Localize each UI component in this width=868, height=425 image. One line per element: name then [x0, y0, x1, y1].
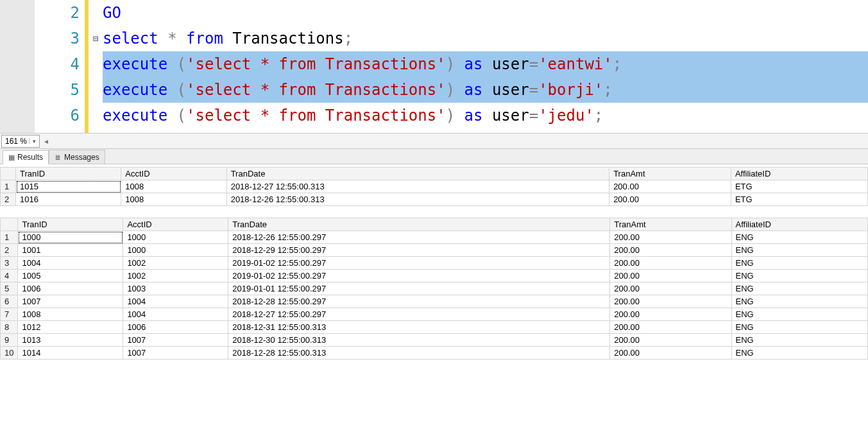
- table-row[interactable]: 2100110002018-12-29 12:55:00.297200.00EN…: [1, 244, 868, 257]
- cell[interactable]: 1007: [18, 295, 123, 308]
- cell[interactable]: ENG: [731, 244, 868, 257]
- cell[interactable]: 2018-12-27 12:55:00.313: [226, 180, 609, 193]
- cell[interactable]: 1000: [123, 244, 228, 257]
- cell[interactable]: 2018-12-27 12:55:00.297: [228, 308, 610, 321]
- cell[interactable]: ENG: [731, 334, 868, 347]
- cell[interactable]: 1008: [121, 180, 226, 193]
- cell[interactable]: 200.00: [610, 308, 731, 321]
- cell[interactable]: 2018-12-28 12:55:00.313: [228, 347, 610, 360]
- cell[interactable]: 200.00: [610, 244, 731, 257]
- cell[interactable]: 1007: [123, 334, 228, 347]
- table-row[interactable]: 9101310072018-12-30 12:55:00.313200.00EN…: [1, 334, 868, 347]
- zoom-value: 161 %: [2, 137, 29, 146]
- cell[interactable]: 200.00: [610, 270, 731, 282]
- cell[interactable]: 1002: [123, 257, 228, 270]
- cell[interactable]: 2019-01-02 12:55:00.297: [228, 257, 610, 270]
- cell[interactable]: 1006: [123, 321, 228, 334]
- cell[interactable]: ENG: [731, 347, 868, 360]
- cell[interactable]: 200.00: [610, 231, 731, 244]
- table-row[interactable]: 8101210062018-12-31 12:55:00.313200.00EN…: [1, 321, 868, 334]
- cell[interactable]: 1000: [18, 231, 123, 244]
- cell[interactable]: 1007: [123, 347, 228, 360]
- cell[interactable]: 2018-12-26 12:55:00.313: [226, 193, 609, 206]
- code-line[interactable]: execute ('select * from Transactions') a…: [103, 51, 868, 77]
- cell[interactable]: ENG: [731, 257, 868, 270]
- cell[interactable]: 2018-12-26 12:55:00.297: [228, 231, 610, 244]
- cell[interactable]: ETG: [731, 193, 867, 206]
- cell[interactable]: ENG: [731, 321, 868, 334]
- results-panel[interactable]: TranIDAcctIDTranDateTranAmtAffiliateID11…: [0, 164, 868, 425]
- code-line[interactable]: execute ('select * from Transactions') a…: [103, 103, 868, 128]
- cell[interactable]: ENG: [731, 308, 868, 321]
- cell[interactable]: 1004: [123, 295, 228, 308]
- cell[interactable]: 1006: [18, 282, 123, 295]
- column-header[interactable]: AffiliateID: [731, 168, 867, 180]
- fold-collapse-icon[interactable]: ⊟: [89, 26, 103, 51]
- editor-fold-gutter[interactable]: ⊟: [89, 0, 103, 133]
- table-row[interactable]: 6100710042018-12-28 12:55:00.297200.00EN…: [1, 295, 868, 308]
- cell[interactable]: 2018-12-28 12:55:00.297: [228, 295, 610, 308]
- cell[interactable]: ENG: [731, 295, 868, 308]
- scroll-left-icon[interactable]: ◂: [41, 135, 51, 148]
- code-line[interactable]: GO: [103, 0, 868, 26]
- code-line[interactable]: execute ('select * from Transactions') a…: [103, 77, 868, 103]
- cell[interactable]: 2019-01-01 12:55:00.297: [228, 282, 610, 295]
- column-header[interactable]: TranID: [18, 218, 123, 231]
- cell[interactable]: 1016: [16, 193, 121, 206]
- cell[interactable]: ETG: [731, 180, 867, 193]
- table-row[interactable]: 1100010002018-12-26 12:55:00.297200.00EN…: [1, 231, 868, 244]
- table-row[interactable]: 3100410022019-01-02 12:55:00.297200.00EN…: [1, 257, 868, 270]
- cell[interactable]: 2018-12-30 12:55:00.313: [228, 334, 610, 347]
- cell[interactable]: ENG: [731, 270, 868, 282]
- cell[interactable]: 200.00: [610, 347, 731, 360]
- cell[interactable]: 2019-01-02 12:55:00.297: [228, 270, 610, 282]
- editor-code-area[interactable]: GOselect * from Transactions;execute ('s…: [103, 0, 868, 133]
- cell[interactable]: 200.00: [610, 257, 731, 270]
- cell[interactable]: 1008: [18, 308, 123, 321]
- cell[interactable]: 1004: [18, 257, 123, 270]
- table-row[interactable]: 1101510082018-12-27 12:55:00.313200.00ET…: [1, 180, 868, 193]
- column-header[interactable]: TranDate: [226, 168, 609, 180]
- cell[interactable]: 2018-12-29 12:55:00.297: [228, 244, 610, 257]
- cell[interactable]: 1012: [18, 321, 123, 334]
- cell[interactable]: 1008: [121, 193, 226, 206]
- tab-results[interactable]: ▦ Results: [3, 150, 49, 164]
- cell[interactable]: 1014: [18, 347, 123, 360]
- cell[interactable]: 2018-12-31 12:55:00.313: [228, 321, 610, 334]
- cell[interactable]: 1013: [18, 334, 123, 347]
- cell[interactable]: 1015: [16, 180, 121, 193]
- table-row[interactable]: 2101610082018-12-26 12:55:00.313200.00ET…: [1, 193, 868, 206]
- column-header[interactable]: TranID: [16, 168, 121, 180]
- column-header[interactable]: AcctID: [121, 168, 226, 180]
- cell[interactable]: 200.00: [609, 180, 731, 193]
- cell[interactable]: 200.00: [610, 334, 731, 347]
- table-row[interactable]: 4100510022019-01-02 12:55:00.297200.00EN…: [1, 270, 868, 282]
- table-row[interactable]: 10101410072018-12-28 12:55:00.313200.00E…: [1, 347, 868, 360]
- chevron-down-icon[interactable]: ▾: [29, 138, 39, 144]
- results-grid[interactable]: TranIDAcctIDTranDateTranAmtAffiliateID11…: [0, 167, 868, 206]
- column-header[interactable]: AffiliateID: [731, 218, 868, 231]
- column-header[interactable]: AcctID: [123, 218, 228, 231]
- sql-editor[interactable]: 23456 ⊟ GOselect * from Transactions;exe…: [0, 0, 868, 134]
- cell[interactable]: 1000: [123, 231, 228, 244]
- column-header[interactable]: TranAmt: [609, 168, 731, 180]
- table-row[interactable]: 5100610032019-01-01 12:55:00.297200.00EN…: [1, 282, 868, 295]
- cell[interactable]: 1003: [123, 282, 228, 295]
- cell[interactable]: 1005: [18, 270, 123, 282]
- cell[interactable]: 1004: [123, 308, 228, 321]
- cell[interactable]: ENG: [731, 231, 868, 244]
- column-header[interactable]: TranAmt: [610, 218, 731, 231]
- zoom-combo[interactable]: 161 % ▾: [1, 135, 40, 148]
- table-row[interactable]: 7100810042018-12-27 12:55:00.297200.00EN…: [1, 308, 868, 321]
- cell[interactable]: 200.00: [610, 321, 731, 334]
- cell[interactable]: 200.00: [610, 295, 731, 308]
- code-line[interactable]: select * from Transactions;: [103, 26, 868, 51]
- cell[interactable]: 200.00: [610, 282, 731, 295]
- results-grid[interactable]: TranIDAcctIDTranDateTranAmtAffiliateID11…: [0, 218, 868, 360]
- cell[interactable]: 1002: [123, 270, 228, 282]
- tab-messages[interactable]: 🗎 Messages: [49, 150, 105, 164]
- column-header[interactable]: TranDate: [228, 218, 610, 231]
- cell[interactable]: ENG: [731, 282, 868, 295]
- cell[interactable]: 1001: [18, 244, 123, 257]
- cell[interactable]: 200.00: [609, 193, 731, 206]
